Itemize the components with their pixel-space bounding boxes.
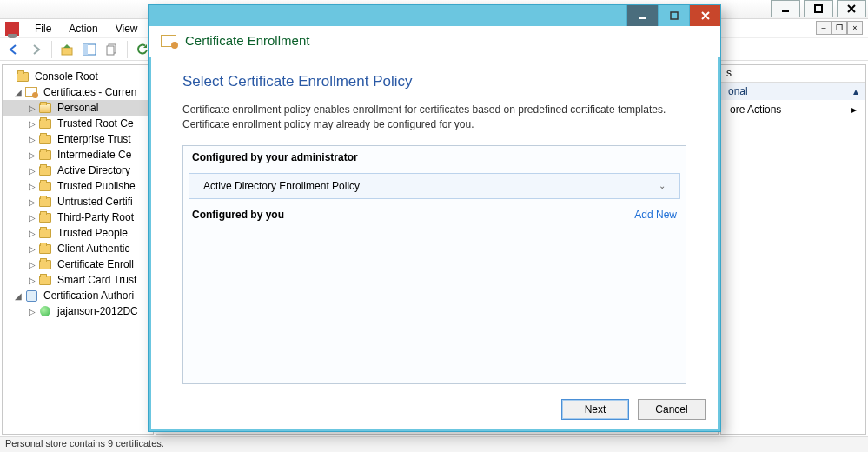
wizard-minimize-button[interactable] bbox=[626, 5, 658, 26]
server-icon bbox=[40, 306, 50, 316]
tree-label: Console Root bbox=[32, 70, 101, 83]
svg-rect-10 bbox=[671, 12, 678, 19]
expand-icon[interactable]: ▷ bbox=[27, 119, 37, 129]
add-new-link[interactable]: Add New bbox=[634, 209, 677, 221]
mdi-controls: – ❐ × bbox=[816, 21, 863, 35]
expand-icon[interactable]: ▷ bbox=[27, 229, 37, 238]
folder-icon bbox=[39, 244, 51, 254]
outer-system-buttons bbox=[769, 0, 868, 18]
copy-button[interactable] bbox=[102, 40, 123, 59]
tree-item[interactable]: ▷ Intermediate Ce bbox=[3, 147, 153, 163]
folder-icon bbox=[17, 72, 29, 82]
wizard-description: Certificate enrollment policy enables en… bbox=[182, 103, 686, 133]
collapse-icon[interactable]: ◢ bbox=[13, 88, 23, 97]
svg-rect-8 bbox=[107, 46, 114, 55]
mdi-minimize-button[interactable]: – bbox=[816, 21, 832, 35]
tree-item[interactable]: ▷ Client Authentic bbox=[3, 241, 153, 256]
svg-rect-1 bbox=[815, 5, 822, 12]
tree-label: Certificate Enroll bbox=[55, 257, 136, 271]
wizard-maximize-button[interactable] bbox=[658, 5, 689, 26]
policy-you-label: Configured by you bbox=[192, 209, 284, 221]
tree-item[interactable]: ▷ Active Directory bbox=[3, 163, 153, 178]
folder-open-icon bbox=[39, 103, 51, 113]
expand-icon[interactable]: ▷ bbox=[27, 307, 37, 316]
tree-item[interactable]: ▷ Untrusted Certifi bbox=[3, 194, 153, 209]
status-bar: Personal store contains 9 certificates. bbox=[0, 436, 868, 452]
mmc-window: Console1 - [Console Root\Certificates - … bbox=[0, 0, 868, 452]
tree-ca-root[interactable]: ◢ Certification Authori bbox=[3, 288, 153, 303]
menu-view[interactable]: View bbox=[109, 21, 145, 37]
tree-item[interactable]: ▷ Certificate Enroll bbox=[3, 256, 153, 272]
actions-section-label: onal bbox=[728, 85, 748, 97]
nav-back-button[interactable] bbox=[3, 40, 24, 59]
toolbar-separator bbox=[51, 41, 52, 58]
tree-label: Trusted Root Ce bbox=[55, 116, 136, 130]
tree-item[interactable]: ▷ Trusted Root Ce bbox=[3, 116, 153, 131]
outer-close-button[interactable] bbox=[837, 0, 866, 17]
nav-forward-button[interactable] bbox=[26, 40, 47, 59]
expand-icon[interactable]: ▷ bbox=[27, 150, 37, 160]
wizard-close-button[interactable] bbox=[689, 5, 720, 26]
tree-label: Smart Card Trust bbox=[55, 273, 139, 287]
console-tree[interactable]: Console Root ◢ Certificates - Curren ▷ P… bbox=[2, 64, 154, 435]
folder-icon bbox=[39, 276, 51, 285]
outer-maximize-button[interactable] bbox=[804, 0, 833, 17]
show-hide-tree-button[interactable] bbox=[79, 40, 100, 59]
tree-item[interactable]: ▷ Enterprise Trust bbox=[3, 131, 153, 147]
tree-item-personal[interactable]: ▷ Personal bbox=[3, 100, 153, 116]
collapse-up-icon[interactable]: ▴ bbox=[853, 85, 858, 97]
actions-more-label: ore Actions bbox=[730, 103, 781, 116]
expand-icon[interactable]: ▷ bbox=[27, 244, 37, 254]
actions-more[interactable]: ore Actions ▸ bbox=[721, 100, 865, 119]
tree-label: Untrusted Certifi bbox=[55, 195, 136, 209]
wizard-body: Select Certificate Enrollment Policy Cer… bbox=[149, 57, 720, 389]
expand-icon[interactable]: ▷ bbox=[27, 213, 37, 223]
expand-icon[interactable]: ▷ bbox=[27, 276, 37, 285]
menu-file[interactable]: File bbox=[28, 21, 58, 37]
toolbar-separator bbox=[127, 41, 128, 58]
expand-icon[interactable]: ▷ bbox=[27, 166, 37, 176]
folder-icon bbox=[39, 213, 51, 223]
tree-item[interactable]: ▷ Third-Party Root bbox=[3, 209, 153, 225]
tree-cert-store[interactable]: ◢ Certificates - Curren bbox=[3, 84, 153, 100]
folder-icon bbox=[39, 166, 51, 176]
tree-item[interactable]: ▷ Trusted People bbox=[3, 225, 153, 241]
tree-item[interactable]: ▷ Smart Card Trust bbox=[3, 272, 153, 288]
tree-ca-server[interactable]: ▷ jajanson-2012DC bbox=[3, 303, 153, 319]
menu-action[interactable]: Action bbox=[62, 21, 104, 37]
up-level-button[interactable] bbox=[56, 40, 77, 59]
actions-section[interactable]: onal ▴ bbox=[721, 83, 865, 100]
folder-icon bbox=[39, 197, 51, 207]
mdi-close-button[interactable]: × bbox=[847, 21, 863, 35]
tree-label: Certification Authori bbox=[41, 289, 136, 302]
expand-icon[interactable]: ▷ bbox=[27, 197, 37, 207]
app-icon bbox=[5, 22, 19, 36]
collapse-icon[interactable]: ◢ bbox=[13, 291, 23, 301]
expand-icon[interactable]: ▷ bbox=[27, 135, 37, 144]
mdi-restore-button[interactable]: ❐ bbox=[832, 21, 847, 35]
outer-minimize-button[interactable] bbox=[771, 0, 800, 17]
actions-pane: s onal ▴ ore Actions ▸ bbox=[720, 64, 866, 435]
chevron-down-icon[interactable]: ⌄ bbox=[659, 181, 666, 190]
enrollment-policy-list: Configured by your administrator Active … bbox=[182, 145, 686, 384]
folder-icon bbox=[39, 260, 51, 269]
tree-label: Trusted Publishe bbox=[55, 179, 138, 193]
wizard-heading: Select Certificate Enrollment Policy bbox=[182, 73, 686, 90]
policy-item-label: Active Directory Enrollment Policy bbox=[203, 180, 360, 192]
folder-icon bbox=[39, 182, 51, 191]
tree-item[interactable]: ▷ Trusted Publishe bbox=[3, 178, 153, 194]
expand-icon[interactable]: ▷ bbox=[27, 182, 37, 191]
cancel-button[interactable]: Cancel bbox=[638, 399, 706, 420]
certificate-icon bbox=[25, 87, 37, 97]
tree-label: jajanson-2012DC bbox=[55, 304, 141, 318]
chevron-right-icon: ▸ bbox=[851, 103, 857, 116]
tree-label: Third-Party Root bbox=[55, 210, 136, 224]
tree-label: Client Authentic bbox=[55, 242, 132, 256]
expand-icon[interactable]: ▷ bbox=[27, 103, 37, 113]
expand-icon[interactable]: ▷ bbox=[27, 260, 37, 269]
certificate-enrollment-dialog: Certificate Enrollment Select Certificat… bbox=[148, 4, 721, 432]
wizard-title-bar[interactable] bbox=[149, 5, 720, 26]
policy-item-ad[interactable]: Active Directory Enrollment Policy ⌄ bbox=[189, 173, 680, 199]
tree-root[interactable]: Console Root bbox=[3, 69, 153, 84]
next-button[interactable]: Next bbox=[561, 399, 629, 420]
